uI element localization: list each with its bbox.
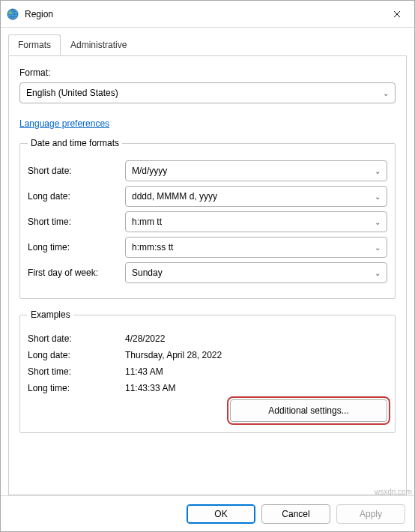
long-time-label: Long time:: [28, 242, 125, 253]
formats-panel: Format: English (United States) ⌄ Langua…: [8, 55, 407, 495]
short-time-value: h:mm tt: [132, 217, 162, 227]
long-date-select[interactable]: dddd, MMMM d, yyyy ⌄: [125, 186, 387, 207]
tabstrip: Formats Administrative: [8, 34, 407, 56]
ex-short-time-value: 11:43 AM: [125, 366, 387, 377]
ex-long-time-label: Long time:: [28, 383, 125, 393]
ex-short-date-value: 4/28/2022: [125, 333, 387, 344]
date-time-formats-legend: Date and time formats: [28, 138, 122, 148]
globe-icon: [7, 8, 19, 20]
date-time-formats-group: Date and time formats Short date: M/d/yy…: [19, 138, 396, 299]
chevron-down-icon: ⌄: [375, 244, 381, 252]
format-select[interactable]: English (United States) ⌄: [19, 82, 396, 103]
chevron-down-icon: ⌄: [383, 89, 389, 97]
watermark: wsxdn.com: [375, 488, 412, 496]
long-date-label: Long date:: [28, 191, 125, 202]
ok-button[interactable]: OK: [187, 504, 255, 524]
long-time-value: h:mm:ss tt: [132, 242, 173, 253]
window-title: Region: [25, 9, 53, 19]
examples-group: Examples Short date: 4/28/2022 Long date…: [19, 309, 396, 433]
long-time-select[interactable]: h:mm:ss tt ⌄: [125, 237, 387, 258]
short-date-label: Short date:: [28, 166, 125, 176]
format-label: Format:: [19, 67, 396, 78]
first-day-label: First day of week:: [28, 267, 125, 278]
ex-long-date-value: Thursday, April 28, 2022: [125, 350, 387, 360]
svg-point-1: [9, 11, 12, 14]
tab-formats[interactable]: Formats: [8, 34, 61, 55]
ex-short-time-label: Short time:: [28, 366, 125, 377]
tab-administrative[interactable]: Administrative: [61, 34, 136, 55]
examples-legend: Examples: [28, 309, 73, 320]
chevron-down-icon: ⌄: [375, 193, 381, 201]
language-preferences-link[interactable]: Language preferences: [19, 118, 396, 129]
region-dialog: Region Formats Administrative Format: En…: [0, 0, 415, 532]
short-time-select[interactable]: h:mm tt ⌄: [125, 211, 387, 232]
cancel-button[interactable]: Cancel: [261, 504, 330, 524]
format-select-value: English (United States): [26, 88, 118, 98]
client-area: Formats Administrative Format: English (…: [1, 28, 414, 495]
ex-long-time-value: 11:43:33 AM: [125, 383, 387, 393]
chevron-down-icon: ⌄: [375, 218, 381, 226]
chevron-down-icon: ⌄: [375, 167, 381, 175]
long-date-value: dddd, MMMM d, yyyy: [132, 191, 217, 202]
ex-short-date-label: Short date:: [28, 333, 125, 344]
first-day-value: Sunday: [132, 267, 163, 278]
additional-settings-button[interactable]: Additional settings...: [230, 399, 387, 422]
first-day-select[interactable]: Sunday ⌄: [125, 262, 387, 283]
short-date-value: M/d/yyyy: [132, 166, 167, 176]
apply-button: Apply: [336, 504, 405, 524]
short-date-select[interactable]: M/d/yyyy ⌄: [125, 160, 387, 181]
short-time-label: Short time:: [28, 217, 125, 227]
dialog-buttons: OK Cancel Apply: [1, 495, 414, 531]
chevron-down-icon: ⌄: [375, 269, 381, 277]
close-button[interactable]: [380, 1, 414, 28]
titlebar: Region: [1, 1, 414, 28]
ex-long-date-label: Long date:: [28, 350, 125, 360]
